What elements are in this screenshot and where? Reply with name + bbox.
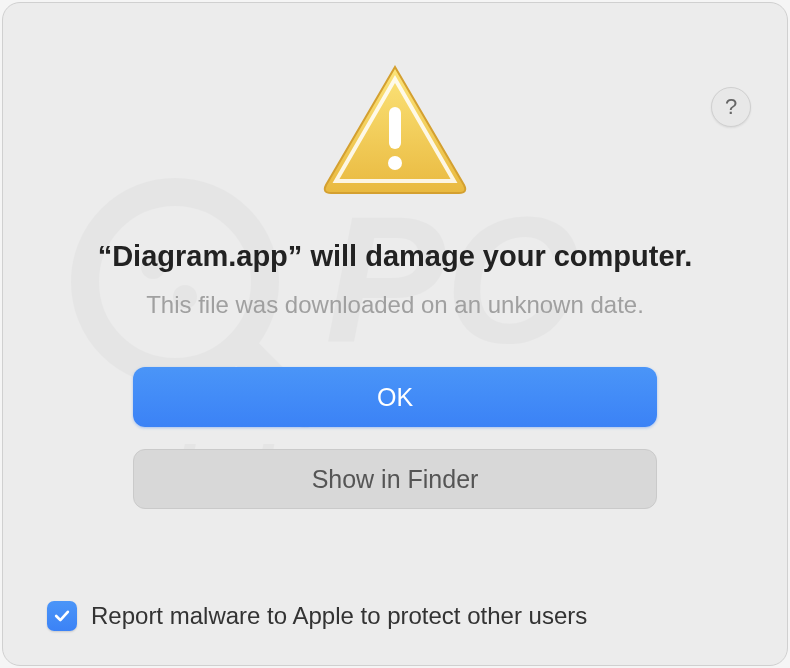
dialog-subtitle: This file was downloaded on an unknown d… <box>106 291 684 319</box>
ok-button[interactable]: OK <box>133 367 657 427</box>
warning-icon <box>320 61 470 200</box>
dialog-title: “Diagram.app” will damage your computer. <box>58 240 733 273</box>
gatekeeper-dialog: PC risk.com ? “Diagram.app” will <box>2 2 788 666</box>
help-button[interactable]: ? <box>711 87 751 127</box>
show-in-finder-label: Show in Finder <box>312 465 479 494</box>
dialog-content: ? “Diagram.app” will damage your compute… <box>3 51 787 509</box>
report-checkbox[interactable] <box>47 601 77 631</box>
report-checkbox-label: Report malware to Apple to protect other… <box>91 602 587 630</box>
ok-button-label: OK <box>377 383 413 412</box>
show-in-finder-button[interactable]: Show in Finder <box>133 449 657 509</box>
svg-point-7 <box>388 156 402 170</box>
report-checkbox-row: Report malware to Apple to protect other… <box>47 601 587 631</box>
help-icon: ? <box>725 94 737 120</box>
button-container: OK Show in Finder <box>3 367 787 509</box>
svg-rect-6 <box>389 107 401 149</box>
checkmark-icon <box>52 606 72 626</box>
